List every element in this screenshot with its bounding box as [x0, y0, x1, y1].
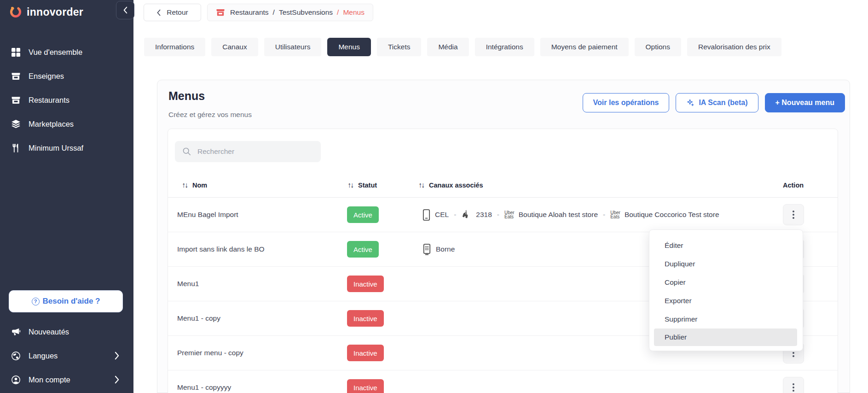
sidebar: innovorder Vue d'ensembleEnseignesRestau…: [0, 0, 133, 393]
row-actions-button[interactable]: [783, 377, 804, 393]
breadcrumb[interactable]: Restaurants / TestSubvensions / Menus: [207, 4, 373, 21]
sidebar-item-marketplaces[interactable]: Marketplaces: [0, 112, 133, 136]
status-badge: Inactive: [347, 379, 384, 393]
menu-name: Menu1 - copy: [168, 314, 347, 323]
settings-tabs: InformationsCanauxUtilisateursMenusTicke…: [144, 38, 781, 56]
view-operations-button[interactable]: Voir les opérations: [583, 93, 670, 112]
menu-name: Import sans link dans le BO: [168, 245, 347, 253]
tab-moyens-de-paiement[interactable]: Moyens de paiement: [540, 38, 629, 56]
help-icon: ?: [32, 298, 40, 305]
tab-informations[interactable]: Informations: [144, 38, 205, 56]
storefront-icon: [10, 94, 21, 106]
help-button[interactable]: ? Besoin d'aide ?: [9, 290, 123, 312]
channels-cell: CEL-2318-UberEatsBoutique Aloah test sto…: [413, 209, 781, 221]
sort-icon[interactable]: ↑↓: [418, 181, 424, 189]
menu-item-copier[interactable]: Copier: [649, 273, 803, 292]
table-header-row: ↑↓Nom↑↓Statut↑↓Canaux associésAction: [168, 173, 838, 198]
status-cell: Inactive: [347, 345, 413, 361]
storefront-icon: [10, 70, 21, 82]
sidebar-item-nouveaut-s[interactable]: Nouveautés: [0, 320, 133, 344]
help-button-label: Besoin d'aide ?: [43, 297, 100, 306]
sidebar-item-label: Langues: [29, 352, 58, 360]
column-header-statut[interactable]: ↑↓Statut: [347, 181, 413, 189]
breadcrumb-separator: /: [337, 8, 339, 17]
status-badge: Active: [347, 206, 379, 223]
view-operations-label: Voir les opérations: [593, 99, 659, 107]
tab-tickets[interactable]: Tickets: [377, 38, 422, 56]
menu-item-publier[interactable]: Publier: [654, 328, 797, 346]
tab-utilisateurs[interactable]: Utilisateurs: [264, 38, 322, 56]
sidebar-item-label: Mon compte: [29, 375, 70, 384]
channel-label: Boutique Coccorico Test store: [625, 211, 719, 219]
sidebar-item-langues[interactable]: Langues: [0, 344, 133, 368]
sidebar-item-minimum-urssaf[interactable]: Minimum Urssaf: [0, 136, 133, 160]
grid-icon: [10, 47, 21, 58]
menu-name: Menu1 - copyyyy: [168, 383, 347, 392]
search-box[interactable]: [175, 141, 321, 162]
tab-canaux[interactable]: Canaux: [211, 38, 258, 56]
sidebar-item-vue-d-ensemble[interactable]: Vue d'ensemble: [0, 40, 133, 64]
column-header-action: Action: [781, 182, 838, 189]
sidebar-item-label: Enseignes: [29, 72, 64, 81]
sort-icon[interactable]: ↑↓: [182, 181, 187, 189]
menu-item-supprimer[interactable]: Supprimer: [649, 310, 803, 328]
innovorder-logo: innovorder: [9, 6, 83, 18]
sidebar-collapse-button[interactable]: [116, 1, 134, 19]
menu-name: MEnu Bagel Import: [168, 211, 347, 219]
row-actions-menu: ÉditerDupliquerCopierExporterSupprimerPu…: [649, 229, 803, 351]
action-cell: [781, 204, 838, 225]
ia-scan-button[interactable]: IA Scan (beta): [676, 93, 758, 112]
breadcrumb-part: Restaurants: [230, 8, 269, 17]
sidebar-nav: Vue d'ensembleEnseignesRestaurantsMarket…: [0, 40, 133, 160]
search-input[interactable]: [197, 147, 313, 156]
new-menu-button[interactable]: + Nouveau menu: [765, 93, 845, 112]
sidebar-item-restaurants[interactable]: Restaurants: [0, 88, 133, 112]
new-menu-label: + Nouveau menu: [775, 99, 834, 107]
channel-label: 2318: [476, 211, 492, 219]
deliveroo-icon: [461, 210, 472, 220]
sidebar-item-mon-compte[interactable]: Mon compte: [0, 368, 133, 392]
breadcrumb-separator: /: [273, 8, 275, 17]
sidebar-item-label: Vue d'ensemble: [29, 48, 82, 57]
menu-item-exporter[interactable]: Exporter: [649, 292, 803, 310]
column-header-canaux-associ-s[interactable]: ↑↓Canaux associés: [413, 181, 781, 189]
tab-int-grations[interactable]: Intégrations: [475, 38, 534, 56]
tab-revalorisation-des-prix[interactable]: Revalorisation des prix: [687, 38, 781, 56]
storefront-icon: [216, 8, 226, 17]
sidebar-item-enseignes[interactable]: Enseignes: [0, 64, 133, 88]
tab-options[interactable]: Options: [635, 38, 681, 56]
sidebar-item-label: Restaurants: [29, 96, 69, 105]
status-cell: Inactive: [347, 379, 413, 393]
page-title: Menus: [168, 89, 205, 103]
tab-menus[interactable]: Menus: [327, 38, 371, 56]
chevron-left-icon: [156, 9, 161, 16]
channel-label: Boutique Aloah test store: [519, 211, 598, 219]
tab-m-dia[interactable]: Média: [427, 38, 469, 56]
status-cell: Active: [347, 206, 413, 223]
menu-item-diter[interactable]: Éditer: [649, 236, 803, 255]
sidebar-item-label: Marketplaces: [29, 120, 74, 129]
breadcrumb-current: Menus: [343, 8, 365, 17]
chevron-left-icon: [123, 6, 128, 14]
layers-icon: [10, 118, 21, 129]
column-header-label: Action: [783, 182, 804, 189]
page-subtitle: Créez et gérez vos menus: [168, 111, 252, 119]
column-header-label: Statut: [358, 182, 377, 189]
row-actions-button[interactable]: [783, 204, 804, 225]
uber-eats-icon: UberEats: [610, 211, 620, 219]
chevron-right-icon: [114, 375, 120, 384]
status-badge: Inactive: [347, 310, 384, 327]
breadcrumb-part: TestSubvensions: [279, 8, 333, 17]
back-button-label: Retour: [167, 8, 188, 17]
megaphone-icon: [10, 326, 21, 337]
chevron-right-icon: [114, 352, 120, 360]
back-button[interactable]: Retour: [144, 4, 201, 21]
sort-icon[interactable]: ↑↓: [347, 181, 353, 189]
uber-eats-icon: UberEats: [504, 211, 515, 219]
status-badge: Active: [347, 241, 379, 258]
column-header-nom[interactable]: ↑↓Nom: [168, 181, 347, 189]
panel-actions: Voir les opérations IA Scan (beta) + Nou…: [583, 93, 845, 112]
sparkle-icon: [686, 99, 694, 107]
menu-item-dupliquer[interactable]: Dupliquer: [649, 255, 803, 273]
menu-name: Premier menu - copy: [168, 349, 347, 357]
